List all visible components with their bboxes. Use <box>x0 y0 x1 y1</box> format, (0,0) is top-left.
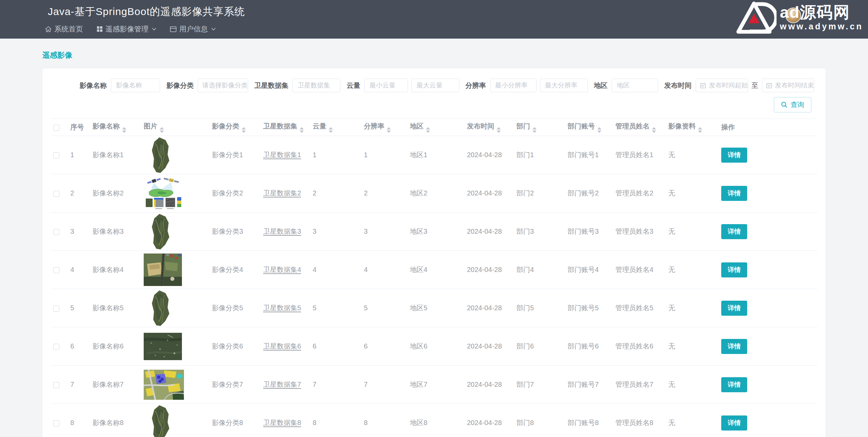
col-header-admin_name[interactable]: 管理员姓名 <box>613 119 666 136</box>
cell-resolution: 3 <box>361 213 407 251</box>
sort-carets-icon[interactable] <box>426 127 430 133</box>
detail-button[interactable]: 详情 <box>721 301 747 316</box>
row-checkbox[interactable] <box>53 305 59 312</box>
filter-label-image-name: 影像名称 <box>80 81 107 90</box>
col-header-publish_date[interactable]: 发布时间 <box>464 119 514 136</box>
detail-button[interactable]: 详情 <box>721 377 747 392</box>
dataset-link[interactable]: 卫星数据集4 <box>263 266 301 273</box>
sort-carets-icon[interactable] <box>497 127 501 133</box>
detail-button[interactable]: 详情 <box>721 262 747 277</box>
image-name-input[interactable] <box>111 79 160 92</box>
nav-item-image-management[interactable]: 遥感影像管理 <box>97 24 156 34</box>
cell-cloud: 1 <box>310 136 361 174</box>
cell-image <box>141 174 209 213</box>
row-checkbox[interactable] <box>53 229 59 235</box>
detail-button[interactable]: 详情 <box>721 148 747 163</box>
watermark-brand-text: ad源码网 <box>780 3 850 21</box>
table-row: 2影像名称2 影像分类2卫星数据集222地区22024-04-28部门2部门账号… <box>51 174 817 213</box>
cell-action: 详情 <box>718 251 817 289</box>
row-checkbox[interactable] <box>53 152 59 159</box>
sort-carets-icon[interactable] <box>652 127 656 133</box>
row-checkbox[interactable] <box>53 191 59 197</box>
select-all-checkbox[interactable] <box>53 125 59 131</box>
dark-forest-photo-image[interactable] <box>144 333 182 360</box>
resolution-max-input[interactable] <box>540 79 588 92</box>
cell-index: 7 <box>68 366 90 404</box>
terrain-polygon-image[interactable] <box>144 137 176 174</box>
table-row: 5影像名称5 影像分类5卫星数据集555地区52024-04-28部门5部门账号… <box>51 289 817 327</box>
col-header-name[interactable]: 影像名称 <box>90 119 141 136</box>
aerial-road-photo-image[interactable] <box>144 254 182 286</box>
resolution-min-input[interactable] <box>490 79 537 92</box>
dataset-link[interactable]: 卫星数据集1 <box>263 151 301 159</box>
col-header-cloud[interactable]: 云量 <box>310 119 361 136</box>
nav-item-home[interactable]: 系统首页 <box>45 24 83 34</box>
col-header-image[interactable]: 图片 <box>141 119 209 136</box>
cell-action: 详情 <box>718 404 817 437</box>
search-button[interactable]: 查询 <box>774 97 811 112</box>
row-checkbox[interactable] <box>53 267 59 273</box>
cell-image <box>141 251 209 289</box>
chevron-down-icon <box>211 28 216 31</box>
image-category-select[interactable]: 请选择影像分类 <box>198 79 248 92</box>
sort-carets-icon[interactable] <box>329 127 333 133</box>
publish-start-date-input[interactable]: 发布时间起始 <box>696 79 748 92</box>
image-table: 序号影像名称图片影像分类卫星数据集云量分辨率地区发布时间部门部门账号管理员姓名影… <box>51 119 817 437</box>
sort-carets-icon[interactable] <box>698 127 702 133</box>
col-header-resolution[interactable]: 分辨率 <box>361 119 407 136</box>
cell-category: 影像分类6 <box>209 327 260 366</box>
dataset-link[interactable]: 卫星数据集6 <box>263 342 301 350</box>
sort-carets-icon[interactable] <box>122 127 126 133</box>
detail-button[interactable]: 详情 <box>721 186 747 201</box>
col-header-label: 部门 <box>516 122 530 130</box>
col-header-material[interactable]: 影像资料 <box>666 119 718 136</box>
cloud-max-input[interactable] <box>411 79 459 92</box>
cell-cloud: 6 <box>310 327 361 366</box>
cell-admin_name: 管理员姓名3 <box>613 213 666 251</box>
region-input[interactable] <box>612 79 658 92</box>
detail-button[interactable]: 详情 <box>721 224 747 239</box>
terrain-polygon-image[interactable] <box>144 213 176 250</box>
dataset-link[interactable]: 卫星数据集7 <box>263 381 301 388</box>
table-row: 1影像名称1 影像分类1卫星数据集111地区12024-04-28部门1部门账号… <box>51 136 817 174</box>
cloud-min-input[interactable] <box>364 79 408 92</box>
dataset-link[interactable]: 卫星数据集8 <box>263 419 301 426</box>
filter-label-publish-time: 发布时间 <box>664 81 692 90</box>
row-checkbox[interactable] <box>53 420 59 426</box>
dataset-link[interactable]: 卫星数据集5 <box>263 304 301 312</box>
dataset-link[interactable]: 卫星数据集2 <box>263 189 301 197</box>
sort-carets-icon[interactable] <box>597 127 601 133</box>
search-icon <box>781 101 787 108</box>
col-header-category[interactable]: 影像分类 <box>209 119 260 136</box>
cell-dept_account: 部门账号1 <box>565 136 613 174</box>
col-header-dept_account[interactable]: 部门账号 <box>565 119 613 136</box>
col-header-region[interactable]: 地区 <box>407 119 464 136</box>
satellite-diagram-image[interactable] <box>144 177 185 210</box>
filter-bar: 影像名称 影像分类 请选择影像分类 卫星数据集 云量 分辨率 地区 发布时间 发… <box>80 79 814 92</box>
sort-carets-icon[interactable] <box>387 127 391 133</box>
sort-carets-icon[interactable] <box>160 127 164 133</box>
row-checkbox[interactable] <box>53 344 59 350</box>
nav-item-user-info[interactable]: 用户信息 <box>170 24 216 34</box>
cell-material: 无 <box>666 366 718 404</box>
detail-button[interactable]: 详情 <box>721 415 747 431</box>
cell-action: 详情 <box>718 366 817 404</box>
landuse-classification-image[interactable] <box>144 370 184 400</box>
cell-region: 地区2 <box>407 174 464 213</box>
row-checkbox[interactable] <box>53 382 59 388</box>
cell-name: 影像名称4 <box>90 251 141 289</box>
satellite-dataset-input[interactable] <box>293 79 340 92</box>
col-header-dept[interactable]: 部门 <box>514 119 565 136</box>
dataset-link[interactable]: 卫星数据集3 <box>263 228 301 235</box>
sort-carets-icon[interactable] <box>532 127 537 133</box>
terrain-polygon-image[interactable] <box>144 290 176 327</box>
terrain-polygon-image[interactable] <box>144 405 176 437</box>
sort-carets-icon[interactable] <box>242 127 246 133</box>
detail-button[interactable]: 详情 <box>721 339 747 354</box>
cell-dataset: 卫星数据集8 <box>260 404 310 437</box>
publish-end-date-input[interactable]: 发布时间结束 <box>762 79 814 92</box>
col-header-dataset[interactable]: 卫星数据集 <box>260 119 310 136</box>
content-panel: 影像名称 影像分类 请选择影像分类 卫星数据集 云量 分辨率 地区 发布时间 发… <box>42 68 826 437</box>
cell-action: 详情 <box>718 213 817 251</box>
sort-carets-icon[interactable] <box>300 127 304 133</box>
